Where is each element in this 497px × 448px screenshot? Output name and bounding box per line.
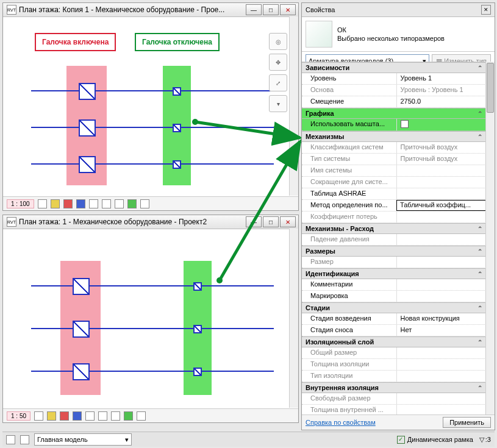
damper-symbol-small[interactable]: [173, 124, 181, 132]
view-window-bottom: RVT План этажа: 1 - Механическое оборудо…: [2, 215, 299, 423]
properties-header: ОК Выбрано несколько типоразмеров: [302, 17, 495, 52]
damper-symbol-large[interactable]: [79, 119, 96, 137]
chevron-down-icon: ▾: [125, 436, 129, 444]
property-group-header[interactable]: Механизмы⌃: [302, 131, 486, 142]
type-thumbnail: [306, 21, 332, 48]
property-group-header[interactable]: Механизмы - Расход⌃: [302, 223, 486, 234]
property-group-header[interactable]: Идентификация⌃: [302, 268, 486, 279]
view-window-top: RVT План этажа: Копия 1 - Механическое о…: [2, 2, 299, 211]
property-row: Имя системы: [302, 165, 486, 177]
damper-symbol-small[interactable]: [193, 368, 202, 376]
property-row[interactable]: Комментарии: [302, 279, 486, 291]
property-row[interactable]: Маркировка: [302, 291, 486, 302]
main-model-combo[interactable]: Главная модель▾: [34, 433, 132, 446]
chevron-down-icon[interactable]: ▾: [269, 95, 287, 112]
property-group-header[interactable]: Внутренняя изоляция⌃: [302, 382, 486, 393]
maximize-button[interactable]: □: [263, 4, 279, 15]
rvt-icon: RVT: [7, 5, 16, 15]
damper-symbol-small[interactable]: [173, 87, 181, 96]
duct-line: [31, 328, 274, 329]
property-row: Размер: [302, 257, 486, 268]
minimize-button[interactable]: —: [246, 4, 262, 15]
damper-symbol-small[interactable]: [173, 160, 181, 169]
status-text: ОК: [337, 26, 445, 34]
property-row: Тип изоляции: [302, 371, 486, 382]
property-row[interactable]: Метод определения по...Табличный коэффиц…: [302, 200, 486, 212]
selection-filter[interactable]: ▽ :3: [479, 436, 491, 444]
properties-panel: Свойства ✕ ОК Выбрано несколько типоразм…: [301, 2, 495, 430]
scrollbar-v[interactable]: [485, 62, 495, 415]
properties-grid[interactable]: Зависимости⌃УровеньУровень 1ОсноваУровен…: [302, 62, 486, 415]
damper-symbol-large[interactable]: [73, 278, 90, 295]
property-group-header[interactable]: Изоляционный слой⌃: [302, 336, 486, 347]
collapse-icon: ⌃: [477, 305, 482, 311]
pan-icon[interactable]: ✥: [269, 54, 287, 71]
zoom-icon[interactable]: ⤢: [269, 74, 287, 91]
damper-symbol-large[interactable]: [79, 83, 96, 100]
property-group-header[interactable]: Графика⌃: [302, 108, 486, 119]
property-group-header[interactable]: Стадии⌃: [302, 302, 486, 313]
apply-button[interactable]: Применить: [443, 417, 491, 428]
collapse-icon: ⌃: [477, 226, 482, 232]
duct-line: [31, 163, 274, 165]
duct-line: [31, 285, 274, 286]
property-row: Свободный размер: [302, 393, 486, 405]
canvas-top[interactable]: Галочка включена Галочка отключена ◎ ✥ ⤢…: [3, 17, 298, 196]
view-control-icons[interactable]: [38, 199, 149, 208]
collapse-icon: ⌃: [477, 271, 482, 277]
property-group-header[interactable]: Размеры⌃: [302, 246, 486, 257]
view-title-top: План этажа: Копия 1 - Механическое обору…: [19, 5, 246, 14]
close-button[interactable]: ✕: [280, 216, 296, 227]
titlebar-bottom[interactable]: RVT План этажа: 1 - Механическое оборудо…: [3, 215, 298, 229]
duct-line: [31, 127, 274, 128]
close-button[interactable]: ✕: [280, 4, 296, 15]
property-row: Классификация системПриточный воздух: [302, 142, 486, 154]
view-status-bottom: 1 : 50: [3, 408, 298, 422]
view-status-top: 1 : 100: [3, 196, 298, 210]
worksets-icon[interactable]: [6, 435, 15, 444]
minimize-button[interactable]: —: [246, 216, 262, 227]
damper-symbol-large[interactable]: [79, 156, 96, 173]
view-title-bottom: План этажа: 1 - Механическое оборудовани…: [19, 218, 246, 226]
label-off: Галочка отключена: [135, 33, 220, 51]
view-control-icons[interactable]: [34, 411, 146, 421]
property-row: Коэффициент потерь: [302, 212, 486, 223]
damper-symbol-large[interactable]: [73, 363, 90, 380]
property-group-header[interactable]: Зависимости⌃: [302, 62, 486, 73]
properties-help-link[interactable]: Справка по свойствам: [306, 419, 376, 426]
property-row: Падение давления: [302, 234, 486, 246]
property-row: Сокращение для систе...: [302, 177, 486, 188]
property-row[interactable]: Стадия сносаНет: [302, 325, 486, 336]
property-row: ОсноваУровень : Уровень 1: [302, 85, 486, 96]
app-status-bar: Главная модель▾ ✓ Динамическая рамка ▽ :…: [2, 432, 495, 447]
checkbox-icon[interactable]: [401, 120, 409, 128]
scrollbar-v[interactable]: [289, 16, 298, 196]
canvas-bottom[interactable]: [3, 229, 298, 408]
scale-box[interactable]: 1 : 100: [7, 199, 34, 208]
checkbox-checked-icon: ✓: [397, 436, 405, 444]
damper-symbol-large[interactable]: [73, 321, 90, 338]
properties-title-text: Свойства: [306, 6, 335, 13]
collapse-icon: ⌃: [477, 385, 482, 391]
property-row[interactable]: Смещение2750.0: [302, 96, 486, 108]
property-row[interactable]: Таблица ASHRAE: [302, 188, 486, 200]
design-options-icon[interactable]: [20, 435, 29, 444]
duct-line: [31, 371, 274, 372]
property-row[interactable]: Стадия возведенияНовая конструкция: [302, 313, 486, 325]
titlebar-top[interactable]: RVT План этажа: Копия 1 - Механическое о…: [3, 3, 298, 17]
nav-wheel-icon[interactable]: ◎: [269, 33, 287, 50]
collapse-icon: ⌃: [477, 339, 482, 346]
property-row[interactable]: УровеньУровень 1: [302, 73, 486, 85]
property-row[interactable]: Использовать масшта...: [302, 119, 486, 131]
scrollbar-v[interactable]: [289, 229, 298, 408]
collapse-icon: ⌃: [477, 65, 482, 71]
maximize-button[interactable]: □: [263, 216, 279, 227]
close-icon[interactable]: ✕: [481, 5, 491, 15]
view-toolbar: ◎ ✥ ⤢ ▾: [269, 33, 287, 112]
damper-symbol-small[interactable]: [193, 325, 202, 333]
damper-symbol-small[interactable]: [193, 282, 202, 291]
filter-icon: ▽: [479, 436, 484, 444]
dynamic-frame-toggle[interactable]: ✓ Динамическая рамка: [397, 436, 473, 444]
properties-titlebar[interactable]: Свойства ✕: [302, 3, 495, 17]
scale-box[interactable]: 1 : 50: [7, 411, 30, 421]
